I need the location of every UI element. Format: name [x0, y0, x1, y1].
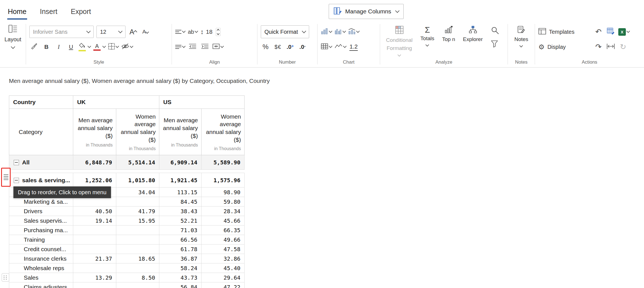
- value-cell[interactable]: [73, 282, 116, 288]
- value-cell[interactable]: 45.66: [202, 216, 245, 225]
- fit-width-button[interactable]: [606, 41, 615, 53]
- row-label-cell[interactable]: Claims adjusters: [9, 282, 73, 288]
- italic-button[interactable]: I: [54, 41, 63, 53]
- table-view-button[interactable]: [321, 41, 332, 53]
- value-cell[interactable]: [116, 244, 159, 254]
- search-button[interactable]: [491, 26, 499, 36]
- value-cell[interactable]: 84.45: [159, 197, 202, 207]
- value-cell[interactable]: [73, 263, 116, 273]
- value-cell[interactable]: 28.34: [202, 207, 245, 216]
- row-label-cell[interactable]: Sales: [9, 273, 73, 282]
- value-cell[interactable]: 66.56: [159, 235, 202, 244]
- clustered-chart-button[interactable]: [335, 26, 345, 38]
- font-color-button[interactable]: A: [93, 41, 105, 53]
- value-cell[interactable]: [116, 263, 159, 273]
- value-cell[interactable]: [73, 244, 116, 254]
- underline-button[interactable]: U: [66, 41, 76, 53]
- stepper-up-icon[interactable]: [217, 29, 220, 32]
- value-cell[interactable]: [73, 225, 116, 235]
- value-cell[interactable]: 38.43: [159, 207, 202, 216]
- value-cell[interactable]: [116, 235, 159, 244]
- value-cell[interactable]: 1,575.96: [202, 173, 245, 188]
- value-cell[interactable]: 32.86: [202, 254, 245, 263]
- totals-button[interactable]: Σ Totals: [418, 26, 437, 46]
- increase-decimal-button[interactable]: .0+: [285, 41, 295, 53]
- value-cell[interactable]: 58.24: [159, 263, 202, 273]
- filter-button[interactable]: [491, 40, 499, 49]
- redo-button[interactable]: ↷: [594, 41, 603, 53]
- notes-button[interactable]: Notes: [512, 26, 531, 47]
- value-cell[interactable]: 41.79: [116, 207, 159, 216]
- value-cell[interactable]: 43.73: [159, 273, 202, 282]
- value-cell[interactable]: 29.64: [202, 273, 245, 282]
- value-cell[interactable]: 18.65: [116, 254, 159, 263]
- value-cell[interactable]: [116, 225, 159, 235]
- decrease-font-size-button[interactable]: A: [141, 26, 150, 38]
- manage-columns-button[interactable]: Manage Columns: [329, 4, 404, 19]
- row-label-cell[interactable]: Marketing & sa...: [9, 197, 73, 207]
- conditional-formatting-button[interactable]: Conditional Formatting: [383, 26, 415, 56]
- value-cell[interactable]: 45.40: [202, 263, 245, 273]
- borders-button[interactable]: [108, 41, 119, 53]
- collapse-toggle-icon[interactable]: [14, 160, 19, 165]
- row-label-cell[interactable]: Insurance clerks: [9, 254, 73, 263]
- value-cell[interactable]: 6,848.79: [73, 155, 116, 170]
- decrease-indent-button[interactable]: [188, 41, 197, 53]
- measure-header-us-men[interactable]: Men average annual salary ($) in Thousan…: [159, 109, 202, 155]
- value-cell[interactable]: 47.22: [202, 282, 245, 288]
- value-cell[interactable]: 13.29: [73, 273, 116, 282]
- value-cell[interactable]: 71.03: [159, 225, 202, 235]
- table-drag-grip[interactable]: [2, 273, 9, 282]
- value-cell[interactable]: 36.87: [159, 254, 202, 263]
- decrease-decimal-button[interactable]: .0-: [298, 41, 307, 53]
- font-size-select[interactable]: 12: [96, 26, 126, 38]
- quick-format-button[interactable]: Quick Format: [261, 25, 309, 38]
- row-label-cell[interactable]: Training: [9, 235, 73, 244]
- value-cell[interactable]: [116, 197, 159, 207]
- undo-button[interactable]: ↶: [594, 26, 603, 38]
- value-cell[interactable]: 5,514.14: [116, 155, 159, 170]
- value-cell[interactable]: 66.35: [202, 225, 245, 235]
- display-button[interactable]: ⚙ Display: [538, 44, 585, 51]
- value-cell[interactable]: 5,589.90: [202, 155, 245, 170]
- value-cell[interactable]: [73, 197, 116, 207]
- merge-cells-button[interactable]: [212, 41, 223, 53]
- value-cell[interactable]: 113.15: [159, 188, 202, 197]
- value-cell[interactable]: 8.50: [116, 273, 159, 282]
- value-cell[interactable]: 34.04: [116, 188, 159, 197]
- row-label-cell[interactable]: sales & serving...: [9, 173, 73, 188]
- horizontal-align-button[interactable]: [175, 26, 185, 38]
- stepper-down-icon[interactable]: [217, 32, 220, 35]
- column-chart-button[interactable]: [321, 26, 332, 38]
- row-label-cell[interactable]: Credit counsel...: [9, 244, 73, 254]
- row-label-cell[interactable]: Purchasing ma...: [9, 225, 73, 235]
- row-label-cell[interactable]: Sales supervis...: [9, 216, 73, 225]
- font-family-select[interactable]: Inforiver Sans: [29, 26, 94, 38]
- value-cell[interactable]: 52.21: [159, 216, 202, 225]
- collapse-toggle-icon[interactable]: [14, 178, 19, 183]
- explorer-button[interactable]: Explorer: [460, 26, 485, 42]
- column-group-uk[interactable]: UK: [73, 96, 159, 109]
- value-cell[interactable]: 1,252.06: [73, 173, 116, 188]
- value-cell[interactable]: 6,909.14: [159, 155, 202, 170]
- row-height-control[interactable]: ↕ 18: [200, 28, 221, 36]
- value-cell[interactable]: 49.66: [202, 235, 245, 244]
- edit-table-button[interactable]: [606, 26, 615, 38]
- column-group-us[interactable]: US: [159, 96, 245, 109]
- hide-values-button[interactable]: [121, 41, 133, 53]
- value-cell[interactable]: [116, 282, 159, 288]
- value-cell[interactable]: 56.84: [159, 282, 202, 288]
- percent-format-button[interactable]: %: [261, 41, 270, 53]
- export-excel-button[interactable]: X: [618, 26, 629, 38]
- tab-home[interactable]: Home: [7, 4, 27, 20]
- measure-header-us-women[interactable]: Women average annual salary ($) in Thous…: [202, 109, 245, 155]
- row-label-cell[interactable]: All: [9, 155, 73, 170]
- row-dimension-header[interactable]: Category: [9, 109, 73, 155]
- layout-button[interactable]: Layout: [4, 25, 21, 48]
- value-cell[interactable]: 15.95: [116, 216, 159, 225]
- value-cell[interactable]: 40.50: [73, 207, 116, 216]
- increase-indent-button[interactable]: [200, 41, 210, 53]
- value-cell[interactable]: [73, 235, 116, 244]
- value-cell[interactable]: 1,921.45: [159, 173, 202, 188]
- templates-button[interactable]: Templates: [538, 28, 585, 36]
